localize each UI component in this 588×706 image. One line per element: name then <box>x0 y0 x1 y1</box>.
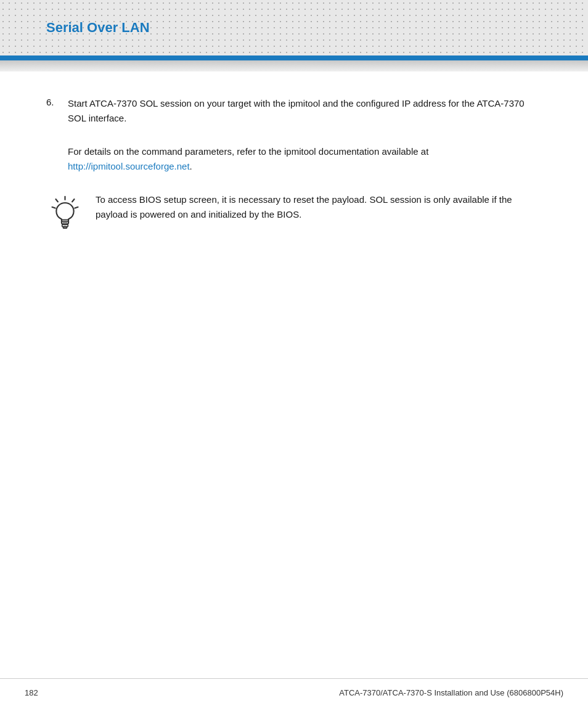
accent-bar <box>0 55 588 60</box>
step-6-text: Start ATCA-7370 SOL session on your targ… <box>68 96 542 126</box>
svg-line-2 <box>72 199 74 202</box>
header-pattern: Serial Over LAN <box>0 0 588 55</box>
page-title: Serial Over LAN <box>46 20 150 36</box>
ipmitool-link[interactable]: http://ipmitool.sourceforge.net <box>68 161 190 171</box>
note-paragraph: For details on the command parameters, r… <box>68 144 542 174</box>
tip-icon-container <box>46 192 83 232</box>
step-6-number: 6. <box>46 96 68 126</box>
svg-rect-9 <box>63 227 67 229</box>
sub-bar <box>0 60 588 72</box>
footer: 182 ATCA-7370/ATCA-7370-S Installation a… <box>0 678 588 706</box>
svg-line-4 <box>75 207 78 208</box>
svg-line-1 <box>55 199 57 202</box>
note-text-after: . <box>190 161 192 171</box>
tip-box: To access BIOS setup screen, it is neces… <box>46 192 542 232</box>
footer-page-number: 182 <box>25 688 38 697</box>
header-title-bar: Serial Over LAN <box>0 0 588 55</box>
step-6-item: 6. Start ATCA-7370 SOL session on your t… <box>46 96 542 126</box>
svg-line-3 <box>52 207 55 208</box>
footer-document-title: ATCA-7370/ATCA-7370-S Installation and U… <box>339 688 563 697</box>
main-content: 6. Start ATCA-7370 SOL session on your t… <box>0 72 588 269</box>
tip-text: To access BIOS setup screen, it is neces… <box>96 192 542 222</box>
note-text-before: For details on the command parameters, r… <box>68 146 428 157</box>
lightbulb-icon <box>48 195 82 232</box>
